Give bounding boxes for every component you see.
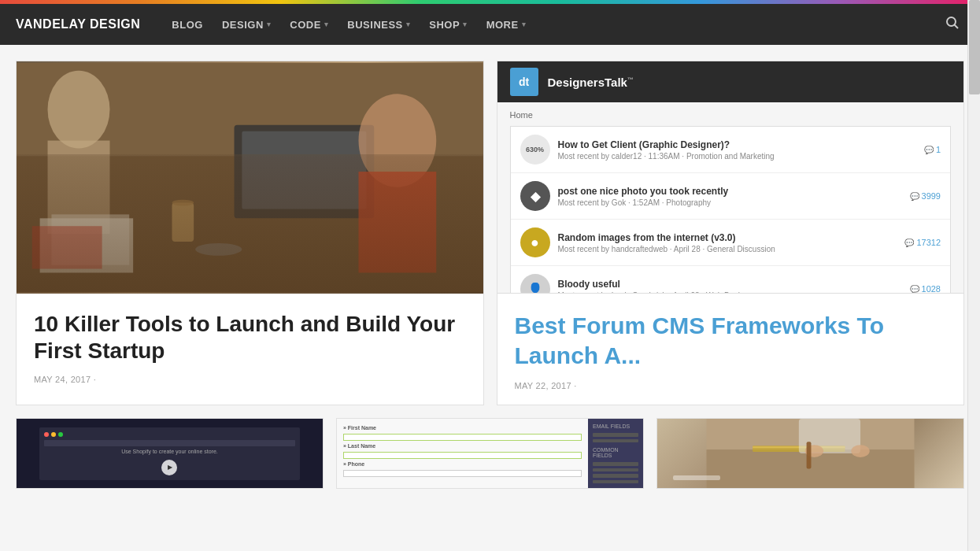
preview-card-woodworking[interactable] bbox=[656, 418, 964, 489]
nav-item-more[interactable]: MORE ▾ bbox=[479, 14, 534, 35]
nav-item-shop[interactable]: SHOP ▾ bbox=[421, 14, 475, 35]
chevron-down-icon: ▾ bbox=[267, 20, 272, 28]
nav-links: BLOG DESIGN ▾ CODE ▾ BUSINESS ▾ SHOP ▾ M… bbox=[164, 14, 941, 35]
forum-list: 630% How to Get Client (Graphic Designer… bbox=[510, 126, 952, 294]
sidebar-item-3 bbox=[593, 462, 638, 466]
sidebar-item-5 bbox=[593, 474, 638, 478]
svg-point-8 bbox=[359, 94, 437, 187]
workspace-photo bbox=[17, 61, 483, 294]
svg-rect-5 bbox=[242, 131, 366, 209]
form-sidebar-header: EMAIL FIELDS bbox=[593, 423, 638, 429]
svg-line-1 bbox=[955, 24, 959, 28]
preview-row: Use Shopify to create your online store.… bbox=[16, 418, 964, 489]
form-sidebar: EMAIL FIELDS COMMON FIELDS bbox=[588, 419, 643, 488]
preview-card-shopify[interactable]: Use Shopify to create your online store. bbox=[16, 418, 324, 489]
article-title-1[interactable]: 10 Killer Tools to Launch and Build Your… bbox=[34, 311, 466, 364]
site-brand[interactable]: VANDELAY DESIGN bbox=[16, 17, 140, 31]
nav-item-business[interactable]: BUSINESS ▾ bbox=[339, 14, 418, 35]
forum-item-content-2: post one nice photo you took recently Mo… bbox=[558, 186, 902, 207]
svg-rect-3 bbox=[17, 156, 483, 292]
article-image-1 bbox=[17, 61, 483, 294]
forum-item-count-1: 1 bbox=[924, 145, 941, 154]
forum-logo: dt bbox=[510, 68, 538, 96]
svg-point-0 bbox=[947, 17, 956, 26]
forum-avatar-1: 630% bbox=[520, 135, 550, 165]
forum-item-title-3: Random images from the internet (v3.0) bbox=[558, 232, 897, 243]
play-icon[interactable] bbox=[161, 460, 177, 475]
sidebar-item-2 bbox=[593, 439, 638, 443]
svg-rect-13 bbox=[40, 218, 134, 272]
chevron-down-icon: ▾ bbox=[522, 20, 527, 28]
phone-field bbox=[343, 470, 582, 477]
preview-card-form[interactable]: » First Name » Last Name » Phone EMAIL F… bbox=[336, 418, 644, 489]
forum-item-title-4: Bloody useful bbox=[558, 279, 902, 290]
search-icon[interactable] bbox=[941, 11, 964, 39]
forum-avatar-4: 👤 bbox=[520, 274, 550, 294]
main-content: 10 Killer Tools to Launch and Build Your… bbox=[0, 45, 980, 497]
shopify-bar bbox=[44, 440, 295, 446]
window-controls bbox=[44, 432, 295, 437]
svg-point-6 bbox=[48, 71, 110, 149]
forum-item-title-2: post one nice photo you took recently bbox=[558, 186, 902, 197]
svg-rect-9 bbox=[359, 172, 437, 272]
forum-body: Home 630% How to Get Client (Graphic Des… bbox=[497, 102, 964, 294]
chevron-down-icon: ▾ bbox=[324, 20, 329, 28]
forum-item-1: 630% How to Get Client (Graphic Designer… bbox=[511, 127, 951, 173]
forum-breadcrumb: Home bbox=[510, 110, 952, 120]
woodworking-photo bbox=[657, 419, 963, 488]
nav-item-design[interactable]: DESIGN ▾ bbox=[214, 14, 279, 35]
article-date-2: MAY 22, 2017 · bbox=[515, 381, 947, 390]
scrollbar[interactable] bbox=[967, 0, 980, 497]
forum-item-meta-4: Most recent by LeakySandwich · April 28 … bbox=[558, 291, 902, 294]
max-btn bbox=[58, 432, 63, 437]
first-name-field bbox=[343, 434, 582, 441]
form-section-header: » First Name bbox=[343, 425, 582, 431]
sidebar-item-4 bbox=[593, 468, 638, 472]
forum-avatar-2: ◆ bbox=[520, 181, 550, 211]
article-card-2[interactable]: dt DesignersTalk™ Home 630% How to Get C… bbox=[497, 61, 965, 405]
shopify-screenshot: Use Shopify to create your online store. bbox=[17, 419, 323, 488]
close-btn bbox=[44, 432, 49, 437]
svg-point-22 bbox=[851, 445, 869, 457]
article-image-2: dt DesignersTalk™ Home 630% How to Get C… bbox=[497, 61, 964, 294]
forum-item-count-4: 1028 bbox=[910, 284, 941, 294]
forum-header: dt DesignersTalk™ bbox=[497, 61, 964, 102]
forum-screenshot: dt DesignersTalk™ Home 630% How to Get C… bbox=[497, 61, 964, 294]
article-text-2: Best Forum CMS Frameworks To Launch A...… bbox=[497, 294, 964, 405]
forum-item-content-1: How to Get Client (Graphic Designer)? Mo… bbox=[558, 139, 916, 161]
article-card-1[interactable]: 10 Killer Tools to Launch and Build Your… bbox=[16, 61, 484, 405]
form-fields-left: » First Name » Last Name » Phone bbox=[337, 419, 588, 488]
article-title-2[interactable]: Best Forum CMS Frameworks To Launch A... bbox=[515, 311, 947, 370]
forum-brand: DesignersTalk™ bbox=[548, 76, 634, 89]
form-phone-label: » Phone bbox=[343, 461, 582, 467]
svg-point-12 bbox=[172, 200, 194, 206]
article-text-1: 10 Killer Tools to Launch and Build Your… bbox=[17, 294, 483, 398]
svg-rect-7 bbox=[48, 141, 110, 235]
svg-point-10 bbox=[195, 243, 242, 256]
forum-item-2: ◆ post one nice photo you took recently … bbox=[511, 173, 951, 220]
chevron-down-icon: ▾ bbox=[406, 20, 411, 28]
forum-item-count-3: 17312 bbox=[904, 238, 941, 247]
svg-rect-11 bbox=[172, 203, 194, 242]
nav-item-code[interactable]: CODE ▾ bbox=[282, 14, 336, 35]
chevron-down-icon: ▾ bbox=[463, 20, 468, 28]
svg-rect-14 bbox=[51, 214, 129, 264]
shopify-tagline: Use Shopify to create your online store. bbox=[44, 449, 295, 454]
sidebar-item-1 bbox=[593, 433, 638, 437]
shopify-window: Use Shopify to create your online store. bbox=[39, 427, 300, 480]
article-date-1: MAY 24, 2017 · bbox=[34, 375, 466, 384]
svg-rect-23 bbox=[807, 442, 812, 468]
scrollbar-thumb[interactable] bbox=[969, 0, 980, 94]
forum-item-meta-2: Most recent by Gok · 1:52AM · Photograph… bbox=[558, 198, 902, 207]
forum-item-meta-1: Most recent by calder12 · 11:36AM · Prom… bbox=[558, 152, 916, 161]
forum-item-content-4: Bloody useful Most recent by LeakySandwi… bbox=[558, 279, 902, 294]
form-preview-container: » First Name » Last Name » Phone EMAIL F… bbox=[337, 419, 643, 488]
last-name-field bbox=[343, 452, 582, 459]
sidebar-item-6 bbox=[593, 480, 638, 484]
min-btn bbox=[51, 432, 56, 437]
featured-row: 10 Killer Tools to Launch and Build Your… bbox=[16, 61, 964, 405]
play-button-container bbox=[44, 457, 295, 475]
nav-item-blog[interactable]: BLOG bbox=[164, 14, 211, 35]
forum-item-4: 👤 Bloody useful Most recent by LeakySand… bbox=[511, 266, 951, 294]
form-sidebar-section2: COMMON FIELDS bbox=[593, 447, 638, 458]
